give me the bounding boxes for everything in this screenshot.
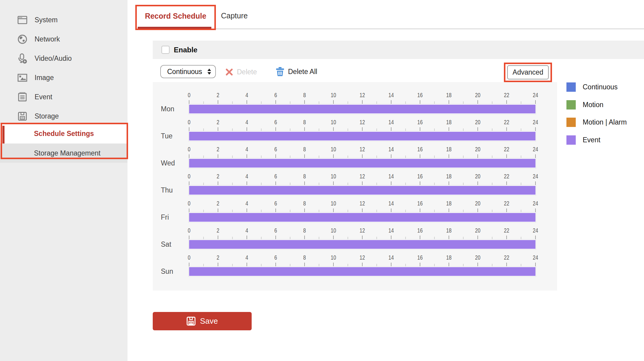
hour-tick xyxy=(218,181,218,185)
hour-label: 14 xyxy=(386,173,396,180)
hour-label: 18 xyxy=(443,254,454,261)
hour-tick xyxy=(492,264,492,266)
sidebar-item-storage[interactable]: Storage xyxy=(0,106,127,126)
hour-tick xyxy=(232,101,233,104)
tab-record-schedule[interactable]: Record Schedule xyxy=(135,5,216,30)
hour-tick xyxy=(434,264,435,266)
hour-tick xyxy=(420,181,420,185)
hour-tick xyxy=(275,181,276,185)
schedule-bar-event[interactable] xyxy=(189,267,535,276)
hour-tick xyxy=(434,128,435,131)
sidebar-item-system[interactable]: System xyxy=(0,10,127,29)
delete-x-icon xyxy=(225,68,233,76)
hour-tick xyxy=(275,236,276,239)
legend-swatch xyxy=(566,82,576,92)
hour-tick xyxy=(232,237,233,239)
hour-label: 20 xyxy=(472,146,483,153)
hour-tick xyxy=(319,264,319,266)
timeline-track[interactable] xyxy=(189,185,536,196)
schedule-bar-event[interactable] xyxy=(189,213,535,222)
hour-tick xyxy=(333,181,334,185)
hour-label: 12 xyxy=(357,200,367,207)
schedule-day-row-mon: Mon 024681012141618202224 xyxy=(153,92,557,115)
hour-label: 10 xyxy=(328,119,339,126)
sidebar-item-storage-management[interactable]: Storage Management xyxy=(0,143,127,163)
hour-label: 0 xyxy=(184,227,194,234)
hour-label: 12 xyxy=(357,173,367,180)
hour-tick xyxy=(492,101,492,104)
enable-checkbox[interactable] xyxy=(161,46,170,54)
hour-label: 8 xyxy=(299,254,310,261)
hour-tick xyxy=(434,210,435,212)
hour-tick xyxy=(333,236,334,239)
hour-tick xyxy=(492,183,492,185)
timeline-track[interactable] xyxy=(189,266,536,277)
hour-label: 18 xyxy=(443,173,454,180)
hour-label: 14 xyxy=(386,200,396,207)
hour-tick xyxy=(449,181,449,185)
timeline-track[interactable] xyxy=(189,212,536,223)
hour-tick xyxy=(348,128,348,131)
sidebar-item-schedule-settings[interactable]: Schedule Settings xyxy=(0,124,127,143)
schedule-bar-event[interactable] xyxy=(189,186,535,195)
hour-tick xyxy=(275,263,276,266)
hour-label: 6 xyxy=(270,254,281,261)
hour-tick xyxy=(521,156,521,158)
hour-tick xyxy=(203,264,204,266)
hour-label: 20 xyxy=(472,92,483,99)
hour-tick xyxy=(203,128,204,131)
legend-item-motion: Motion xyxy=(566,100,644,110)
hour-label: 10 xyxy=(328,146,339,153)
hour-label: 24 xyxy=(530,146,541,153)
hour-tick xyxy=(506,100,507,104)
hour-label: 4 xyxy=(241,173,252,180)
hour-label: 2 xyxy=(213,173,223,180)
hour-tick xyxy=(521,101,521,104)
schedule-bar-event[interactable] xyxy=(189,105,535,113)
tab-capture[interactable]: Capture xyxy=(221,11,248,20)
hour-tick xyxy=(492,156,492,158)
hour-tick xyxy=(333,154,334,158)
tab-record-schedule-label: Record Schedule xyxy=(145,12,206,20)
save-button[interactable]: Save xyxy=(153,312,252,330)
hour-tick xyxy=(391,208,391,212)
hour-tick xyxy=(420,236,420,239)
hour-tick xyxy=(434,101,435,104)
hour-label: 22 xyxy=(501,92,512,99)
hour-label: 20 xyxy=(472,254,483,261)
record-type-select[interactable]: Continuous xyxy=(160,65,216,78)
advanced-button[interactable]: Advanced xyxy=(507,65,549,79)
delete-button[interactable]: Delete xyxy=(225,65,257,79)
hour-tick xyxy=(319,210,319,212)
hour-label: 22 xyxy=(501,254,512,261)
timeline-track[interactable] xyxy=(189,131,536,141)
hour-tick xyxy=(477,236,478,239)
hour-tick xyxy=(492,237,492,239)
day-label: Thu xyxy=(161,185,173,196)
hour-label: 10 xyxy=(328,200,339,207)
schedule-bar-event[interactable] xyxy=(189,132,535,140)
timeline-track[interactable] xyxy=(189,158,536,168)
hour-tick xyxy=(521,183,521,185)
schedule-bar-event[interactable] xyxy=(189,240,535,249)
hour-tick xyxy=(203,101,204,104)
schedule-bar-event[interactable] xyxy=(189,159,535,168)
hour-tick xyxy=(535,236,536,239)
sidebar-item-event[interactable]: Event xyxy=(0,87,127,106)
hour-tick xyxy=(203,237,204,239)
hour-tick xyxy=(405,264,406,266)
sidebar-item-network[interactable]: Network xyxy=(0,29,127,49)
hour-tick xyxy=(232,183,233,185)
timeline-track[interactable] xyxy=(189,239,536,250)
hour-tick xyxy=(319,237,319,239)
hour-tick xyxy=(304,181,305,185)
delete-all-button[interactable]: Delete All xyxy=(276,65,317,79)
hour-tick xyxy=(247,100,247,104)
hour-tick xyxy=(391,127,391,131)
save-icon xyxy=(186,316,196,326)
schedule-day-row-sun: Sun 024681012141618202224 xyxy=(153,254,557,277)
sidebar-item-video-audio[interactable]: Video/Audio xyxy=(0,49,127,68)
hour-tick xyxy=(304,263,305,266)
sidebar-item-image[interactable]: Image xyxy=(0,68,127,87)
timeline-track[interactable] xyxy=(189,104,536,114)
